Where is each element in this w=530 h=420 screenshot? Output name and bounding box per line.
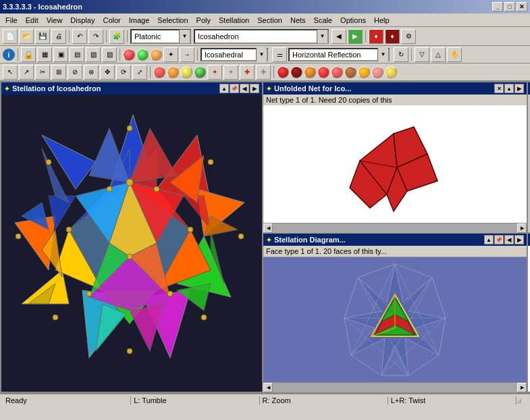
net-scrollbar-h[interactable]: ◀ ▶: [263, 223, 527, 232]
menu-view[interactable]: View: [43, 16, 67, 25]
icosahedron-dropdown-arrow[interactable]: ▼: [317, 30, 327, 43]
redo-button[interactable]: ↷: [88, 29, 103, 44]
menu-display[interactable]: Display: [66, 16, 99, 25]
menu-selection[interactable]: Selection: [153, 16, 192, 25]
net-sb-right[interactable]: ▶: [517, 224, 527, 233]
sphere-cross2[interactable]: ✚: [256, 65, 271, 80]
lasso-tool[interactable]: ⊛: [84, 65, 99, 80]
rotate-icon[interactable]: ↻: [394, 47, 408, 62]
menu-nets[interactable]: Nets: [286, 16, 310, 25]
stellation-pin[interactable]: 📌: [230, 84, 239, 93]
undo-button[interactable]: ↶: [72, 29, 87, 44]
stellation-minimize[interactable]: ▲: [219, 84, 229, 93]
stell-diag-scrollbar-h[interactable]: ◀ ▶: [263, 382, 527, 392]
s-darkred[interactable]: [290, 66, 302, 78]
move-tool[interactable]: ✥: [100, 65, 115, 80]
grid-icon1[interactable]: ▦: [37, 47, 52, 62]
s-red2[interactable]: [277, 66, 289, 78]
s-pink[interactable]: [371, 66, 383, 78]
stell-diag-sb-left[interactable]: ◀: [263, 383, 273, 392]
grid-icon3[interactable]: ▤: [70, 47, 84, 62]
menu-color[interactable]: Color: [99, 16, 124, 25]
net-minimize[interactable]: ▲: [504, 84, 514, 93]
stell-diag-sb-right[interactable]: ▶: [517, 383, 527, 392]
nav-left-button[interactable]: ◀: [332, 29, 346, 44]
net-sb-track[interactable]: [273, 224, 517, 233]
rotate2-tool[interactable]: ⟳: [116, 65, 131, 80]
hand-icon[interactable]: ✋: [447, 47, 462, 62]
stell-diag-sb-track[interactable]: [273, 383, 517, 392]
menu-scale[interactable]: Scale: [310, 16, 337, 25]
triangle-up[interactable]: △: [431, 47, 446, 62]
info-icon[interactable]: i: [3, 49, 15, 61]
grid-icon5[interactable]: ▨: [102, 47, 117, 62]
new-button[interactable]: 📄: [3, 29, 18, 44]
sphere-red[interactable]: [153, 66, 165, 78]
lock-icon[interactable]: 🔒: [21, 47, 36, 62]
s-red3[interactable]: [317, 66, 329, 78]
select3-tool[interactable]: ✂: [35, 65, 50, 80]
sphere-star[interactable]: ✦: [207, 65, 222, 80]
nav-right-button[interactable]: ▶: [348, 29, 363, 44]
shape-icon[interactable]: ✦: [163, 47, 178, 62]
resize-grip[interactable]: ⊿: [516, 397, 527, 404]
s-brown[interactable]: [344, 66, 356, 78]
tool-gray-icon[interactable]: ⚙: [401, 29, 416, 44]
menu-edit[interactable]: Edit: [22, 16, 43, 25]
select-tool[interactable]: ↖: [3, 65, 18, 80]
stell-diag-pin[interactable]: 📌: [494, 235, 504, 244]
platonic-dropdown[interactable]: Platonic: [132, 30, 179, 43]
ball-red[interactable]: [123, 49, 135, 61]
triangle-dn[interactable]: ▽: [415, 47, 429, 62]
grid-icon4[interactable]: ▧: [86, 47, 101, 62]
platonic-dropdown-arrow[interactable]: ▼: [179, 30, 190, 43]
stell-diag-back[interactable]: ◀: [504, 235, 514, 244]
s-yellow2[interactable]: [385, 66, 397, 78]
save-button[interactable]: 💾: [35, 29, 50, 44]
print-button[interactable]: 🖨: [51, 29, 66, 44]
menu-file[interactable]: File: [1, 16, 22, 25]
stellation-canvas[interactable]: [1, 95, 262, 392]
reflection-dropdown[interactable]: Horizontal Reflection: [290, 51, 377, 59]
grid-icon2[interactable]: ▣: [53, 47, 68, 62]
scale-tool[interactable]: ⤢: [132, 65, 147, 80]
symmetry-dropdown-arrow[interactable]: ▼: [256, 48, 267, 61]
sphere-green[interactable]: [194, 66, 206, 78]
icosahedron-dropdown[interactable]: Icosahedron: [195, 30, 317, 43]
menu-image[interactable]: Image: [125, 16, 154, 25]
menu-help[interactable]: Help: [370, 16, 394, 25]
stell-diag-fwd[interactable]: ▶: [514, 235, 524, 244]
menu-stellation[interactable]: Stellation: [215, 16, 253, 25]
sphere-yellow[interactable]: [180, 66, 192, 78]
s-orange2[interactable]: [304, 66, 316, 78]
symmetry-dropdown[interactable]: Icosahedral: [202, 51, 256, 59]
maximize-button[interactable]: □: [504, 2, 515, 11]
sphere-cross[interactable]: ✚: [240, 65, 255, 80]
open-button[interactable]: 📂: [19, 29, 34, 44]
minimize-button[interactable]: _: [492, 2, 503, 11]
menu-section[interactable]: Section: [253, 16, 286, 25]
sphere-star2[interactable]: ✦: [223, 65, 238, 80]
menu-options[interactable]: Options: [336, 16, 370, 25]
sphere-orange[interactable]: [167, 66, 179, 78]
select2-tool[interactable]: ↗: [19, 65, 34, 80]
s-red4[interactable]: [331, 66, 343, 78]
sym-icon[interactable]: ⚌: [272, 47, 287, 62]
net-expand[interactable]: ▶: [514, 84, 524, 93]
stell-diag-minimize[interactable]: ▲: [484, 235, 494, 244]
menu-poly[interactable]: Poly: [192, 16, 215, 25]
magnet-tool[interactable]: ⊘: [68, 65, 82, 80]
tool-red[interactable]: ♦: [369, 29, 383, 44]
s-orange3[interactable]: [358, 66, 370, 78]
reflection-dropdown-arrow[interactable]: ▼: [377, 48, 388, 61]
node-tool[interactable]: ⊞: [51, 65, 66, 80]
ball-orange[interactable]: [150, 49, 162, 61]
stell-diag-canvas[interactable]: [263, 257, 527, 382]
stellation-expand[interactable]: ▶: [250, 84, 259, 93]
tool-dark-red[interactable]: ♦: [385, 29, 400, 44]
close-button[interactable]: ✕: [516, 2, 527, 11]
net-sb-left[interactable]: ◀: [263, 224, 273, 233]
net-canvas[interactable]: [263, 105, 527, 223]
arrow-icon[interactable]: →: [180, 47, 194, 62]
ball-green[interactable]: [136, 49, 149, 61]
